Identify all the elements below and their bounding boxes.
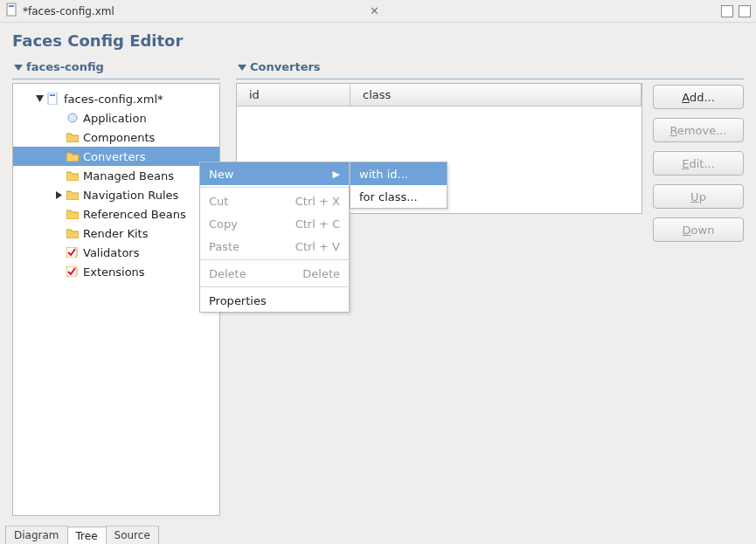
remove-button[interactable]: Remove... xyxy=(653,118,744,142)
ctx-new[interactable]: New ▶ xyxy=(200,162,349,185)
submenu-arrow-icon: ▶ xyxy=(333,169,340,180)
ctx-new-with-id[interactable]: with id... xyxy=(350,162,447,185)
tab-diagram[interactable]: Diagram xyxy=(5,526,68,544)
column-header-id[interactable]: id xyxy=(237,84,350,106)
document-icon xyxy=(66,111,80,125)
separator xyxy=(200,187,349,188)
svg-rect-1 xyxy=(9,5,14,7)
up-button[interactable]: Up xyxy=(653,184,744,209)
folder-icon xyxy=(66,149,80,163)
svg-point-6 xyxy=(68,114,77,122)
svg-marker-7 xyxy=(56,191,62,199)
minimize-icon[interactable] xyxy=(721,5,733,17)
tree-root[interactable]: faces-config.xml* xyxy=(13,89,219,108)
context-submenu-new: with id... for class... xyxy=(350,162,447,209)
ctx-new-for-class[interactable]: for class... xyxy=(350,185,447,208)
expand-toggle-icon[interactable] xyxy=(34,95,45,103)
separator xyxy=(200,286,349,287)
config-tree[interactable]: faces-config.xml* Application Components xyxy=(13,89,219,281)
file-icon xyxy=(5,3,19,19)
add-button[interactable]: Add... xyxy=(653,85,744,109)
ctx-paste[interactable]: Paste Ctrl + V xyxy=(200,235,349,258)
left-panel-header[interactable]: faces-config xyxy=(12,57,220,79)
tree-root-label: faces-config.xml* xyxy=(64,93,163,106)
tree-item-application[interactable]: Application xyxy=(13,108,219,127)
collapse-icon xyxy=(14,63,23,72)
tree-item-managed-beans[interactable]: Managed Beans xyxy=(13,166,219,185)
tree-item-converters[interactable]: Converters xyxy=(13,147,219,166)
tab-source[interactable]: Source xyxy=(106,526,159,544)
ctx-cut[interactable]: Cut Ctrl + X xyxy=(200,189,349,212)
svg-rect-5 xyxy=(50,94,55,96)
svg-marker-10 xyxy=(238,65,246,71)
context-menu: New ▶ Cut Ctrl + X Copy Ctrl + C Paste C… xyxy=(199,162,350,313)
folder-icon xyxy=(66,188,80,202)
down-button[interactable]: Down xyxy=(653,217,744,242)
check-icon xyxy=(66,245,80,259)
svg-marker-2 xyxy=(14,65,23,71)
edit-button[interactable]: Edit... xyxy=(653,151,744,176)
svg-marker-3 xyxy=(36,95,44,102)
check-icon xyxy=(66,265,80,279)
ctx-copy[interactable]: Copy Ctrl + C xyxy=(200,212,349,235)
tree-item-referenced-beans[interactable]: Referenced Beans xyxy=(13,204,219,224)
tab-tree[interactable]: Tree xyxy=(67,527,107,544)
ctx-delete[interactable]: Delete Delete xyxy=(200,262,349,285)
window-title: *faces-config.xml xyxy=(23,5,364,17)
xml-file-icon xyxy=(46,92,60,106)
tree-item-extensions[interactable]: Extensions xyxy=(13,262,219,281)
page-title: Faces Config Editor xyxy=(0,23,756,57)
tree-item-render-kits[interactable]: Render Kits xyxy=(13,224,219,243)
folder-icon xyxy=(66,169,80,182)
folder-icon xyxy=(66,226,80,240)
expand-toggle-icon[interactable] xyxy=(53,191,64,199)
bottom-tabs: Diagram Tree Source xyxy=(0,523,756,544)
tree-item-components[interactable]: Components xyxy=(13,127,219,147)
collapse-icon xyxy=(238,63,246,72)
close-tab-icon[interactable]: ✕ xyxy=(370,4,379,17)
right-panel-header[interactable]: Converters xyxy=(236,57,744,79)
window-titlebar: *faces-config.xml ✕ xyxy=(0,0,756,23)
column-header-class[interactable]: class xyxy=(350,84,642,106)
separator xyxy=(200,259,349,260)
folder-icon xyxy=(66,130,80,144)
maximize-icon[interactable] xyxy=(739,5,751,17)
ctx-properties[interactable]: Properties xyxy=(200,289,349,312)
tree-item-validators[interactable]: Validators xyxy=(13,243,219,262)
folder-icon xyxy=(66,207,80,221)
tree-item-navigation-rules[interactable]: Navigation Rules xyxy=(13,185,219,204)
